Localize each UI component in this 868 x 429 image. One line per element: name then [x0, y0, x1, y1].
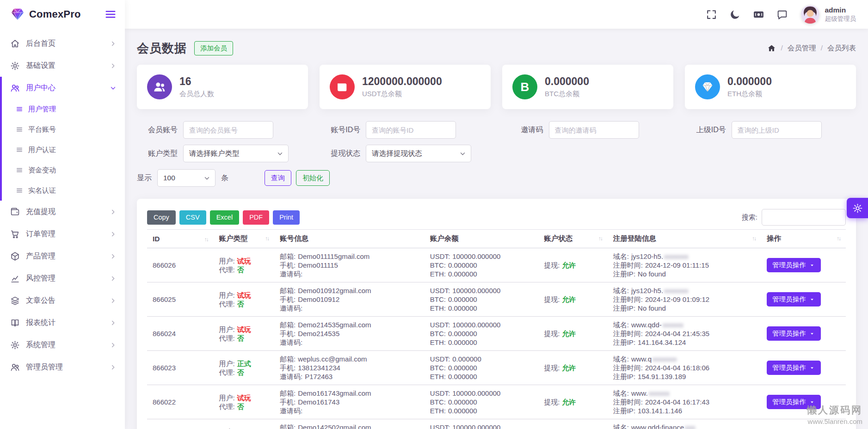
admin-action-button[interactable]: 管理员操作: [767, 292, 821, 306]
account-info-cell: 邮箱:Demo214535gmail.com 手机:Demo214535 邀请码…: [280, 320, 419, 347]
admin-action-button[interactable]: 管理员操作: [767, 258, 821, 272]
account-type-select[interactable]: 请选择账户类型: [183, 145, 289, 162]
table-search-input[interactable]: [762, 209, 846, 226]
sidebar-subitem-user-management[interactable]: 用户管理: [2, 99, 125, 119]
chevron-right-icon: [110, 253, 117, 260]
action-cell: 管理员操作: [761, 351, 846, 385]
breadcrumb-member-management[interactable]: 会员管理: [788, 43, 816, 53]
withdraw-status-badge: 允许: [562, 261, 576, 269]
avatar[interactable]: [801, 5, 819, 24]
sidebar-menu: 后台首页 基础设置 用户中心 用户管理 平台账号: [0, 29, 125, 378]
settings-gear-button[interactable]: [847, 198, 868, 218]
table-row: 866026 用户:试玩 代理:否 邮箱:Demo011115gmail.com…: [147, 248, 846, 282]
chat-icon[interactable]: [776, 9, 788, 20]
member-account-label: 会员账号: [137, 125, 178, 135]
sidebar-item-deposit-withdraw[interactable]: 充值提现: [0, 201, 125, 223]
account-id-input[interactable]: [366, 121, 456, 139]
sidebar-item-user-center[interactable]: 用户中心: [2, 77, 125, 99]
withdraw-status-badge: 允许: [562, 398, 576, 406]
stat-card-btc-balance: B 0.000000 BTC总余额: [502, 65, 673, 109]
sidebar-item-label: 充值提现: [26, 207, 110, 217]
stat-value: 1200000.000000: [362, 75, 442, 88]
table-row: 866024 用户:试玩 代理:否 邮箱:Demo214535gmail.com…: [147, 317, 846, 351]
sort-icon[interactable]: ↑↓: [265, 235, 269, 242]
sidebar-item-basic-settings[interactable]: 基础设置: [0, 55, 125, 77]
sidebar-header: ComexPro: [0, 0, 125, 29]
caret-down-icon: [809, 365, 815, 371]
members-table: ID↑↓ 账户类型↑↓ 账号信息 账户余额 账户状态↑↓ 注册登陆信息↑↓ 操作…: [147, 229, 846, 429]
admin-action-button[interactable]: 管理员操作: [767, 361, 821, 375]
cash-icon[interactable]: [753, 9, 764, 20]
export-print-button[interactable]: Print: [273, 210, 300, 225]
sidebar-item-label: 文章公告: [26, 296, 110, 306]
layers-icon: [10, 296, 20, 306]
sidebar-item-dashboard[interactable]: 后台首页: [0, 32, 125, 55]
column-header-balance: 账户余额: [425, 230, 538, 248]
chevron-right-icon: [110, 208, 117, 215]
sidebar-item-reports[interactable]: 报表统计: [0, 312, 125, 334]
chevron-right-icon: [110, 297, 117, 304]
column-header-actions: 操作↑↓: [761, 230, 846, 248]
sidebar-subitem-real-name-verification[interactable]: 实名认证: [2, 180, 125, 201]
breadcrumb-home-icon[interactable]: [767, 44, 776, 53]
register-info-cell: 域名:jys120-h5.xxxxxxx 注册时间:2024-12-09 01:…: [613, 252, 756, 278]
account-type-value: 请选择账户类型: [189, 149, 240, 159]
export-copy-button[interactable]: Copy: [147, 210, 176, 225]
parent-id-input[interactable]: [732, 121, 822, 139]
fullscreen-icon[interactable]: [706, 9, 717, 20]
member-account-input[interactable]: [183, 121, 273, 139]
sidebar-item-articles[interactable]: 文章公告: [0, 289, 125, 312]
chevron-down-icon: [110, 85, 117, 92]
add-member-button[interactable]: 添加会员: [194, 41, 233, 55]
member-id: 866025: [147, 282, 214, 317]
balance-cell: USDT:100000.000000 BTC:0.000000 ETH:0.00…: [430, 286, 533, 313]
table-row: 866025 用户:试玩 代理:否 邮箱:Demo010912gmail.com…: [147, 282, 846, 317]
agent-badge: 否: [237, 266, 244, 274]
withdraw-status-value: 请选择提现状态: [372, 149, 422, 159]
chevron-right-icon: [110, 231, 117, 238]
sidebar-item-system[interactable]: 系统管理: [0, 334, 125, 356]
list-icon: [16, 146, 23, 153]
redacted-domain: xxxxxxx: [664, 287, 689, 294]
sidebar: ComexPro 后台首页 基础设置 用户中心 用户管理: [0, 0, 125, 429]
invite-code-input[interactable]: [549, 121, 639, 139]
sidebar-item-orders[interactable]: 订单管理: [0, 223, 125, 245]
stat-card-eth-balance: 0.000000 ETH总余额: [685, 65, 856, 109]
table-row: 866023 用户:正式 代理:否 邮箱:weplus.cc@gmail.com…: [147, 351, 846, 385]
query-button[interactable]: 查询: [265, 170, 291, 186]
chevron-right-icon: [110, 275, 117, 282]
export-excel-button[interactable]: Excel: [210, 210, 239, 225]
withdraw-status-select[interactable]: 请选择提现状态: [366, 145, 471, 162]
sidebar-item-label: 产品管理: [26, 251, 110, 261]
sort-icon[interactable]: ↑↓: [598, 235, 602, 242]
sidebar-item-products[interactable]: 产品管理: [0, 245, 125, 267]
sidebar-item-admins[interactable]: 管理员管理: [0, 356, 125, 378]
gear-icon: [10, 340, 20, 350]
sidebar-subitem-platform-accounts[interactable]: 平台账号: [2, 119, 125, 140]
account-type-label: 账户类型: [137, 149, 178, 159]
sort-icon[interactable]: ↑↓: [204, 236, 208, 243]
sidebar-item-label: 系统管理: [26, 340, 110, 350]
stat-value: 16: [179, 75, 214, 88]
eth-gem-icon: [695, 74, 720, 99]
export-csv-button[interactable]: CSV: [179, 210, 206, 225]
page-size-select[interactable]: 100: [157, 169, 215, 187]
sort-icon[interactable]: ↑↓: [837, 235, 840, 242]
export-pdf-button[interactable]: PDF: [243, 210, 269, 225]
bitcoin-icon: B: [512, 74, 537, 99]
dark-mode-moon-icon[interactable]: [729, 9, 741, 20]
redacted-domain: xxx: [685, 423, 696, 429]
menu-toggle-icon[interactable]: [105, 8, 117, 20]
reset-button[interactable]: 初始化: [296, 170, 330, 186]
admin-users-icon: [10, 362, 20, 372]
user-info[interactable]: admin 超级管理员: [825, 6, 856, 23]
agent-badge: 否: [237, 300, 244, 308]
sidebar-subitem-fund-changes[interactable]: 资金变动: [2, 160, 125, 180]
invite-code-label: 邀请码: [503, 125, 543, 135]
sort-icon[interactable]: ↑↓: [752, 235, 756, 242]
action-cell: 管理员操作: [761, 248, 846, 282]
sidebar-subitem-user-verification[interactable]: 用户认证: [2, 140, 125, 160]
admin-action-button[interactable]: 管理员操作: [767, 326, 821, 341]
sidebar-item-label: 用户中心: [26, 83, 110, 93]
sidebar-item-risk-control[interactable]: 风控管理: [0, 267, 125, 289]
